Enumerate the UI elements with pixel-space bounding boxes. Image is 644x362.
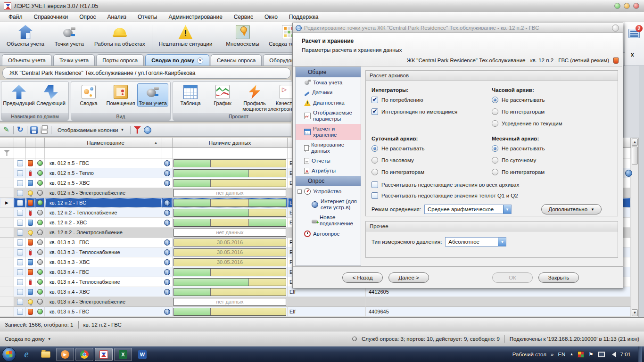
save-icon[interactable] xyxy=(30,126,38,134)
filter-cell[interactable] xyxy=(45,148,162,158)
table-header-cell[interactable] xyxy=(35,138,45,148)
tree-item-Атрибуты[interactable]: Атрибуты xyxy=(296,166,361,176)
table-header-cell[interactable] xyxy=(26,138,35,148)
ribbon-button-График[interactable]: График xyxy=(207,83,238,107)
tree-item-Расчет и хранение[interactable]: Расчет и хранение xyxy=(296,124,361,140)
checkbox-option[interactable]: Рассчитывать недостающие значения во все… xyxy=(372,181,519,188)
radio-selected[interactable] xyxy=(372,145,378,152)
volume-icon[interactable] xyxy=(609,352,616,357)
tree-item-Датчики[interactable]: Датчики xyxy=(296,88,361,98)
taskbar-app-media-player-icon[interactable]: ▶ xyxy=(56,348,74,361)
view-selector[interactable]: Сводка по дому ▼ xyxy=(5,336,51,342)
filter-cell[interactable] xyxy=(26,148,35,158)
ribbon-button-Профиль мощности[interactable]: Профиль мощности xyxy=(239,83,270,112)
radio-unselected[interactable] xyxy=(492,157,498,164)
scroll-up-button[interactable]: ▲ xyxy=(632,139,638,146)
radio-option[interactable]: По часовому xyxy=(372,157,492,164)
tree-item-Отображаемые параметры[interactable]: Отображаемые параметры xyxy=(296,108,361,124)
panel-close-button[interactable]: x xyxy=(631,51,634,58)
table-header-cell[interactable] xyxy=(162,138,173,148)
toolbar-button[interactable]: Объекты учета xyxy=(2,22,49,52)
tree-item-Точка учета[interactable]: Точка учета xyxy=(296,77,361,88)
menu-item-Сервис[interactable]: Сервис xyxy=(228,13,259,21)
ribbon-button-Предыдущий[interactable]: Предыдущий xyxy=(3,83,34,107)
checkbox-option[interactable]: Интерполяция по имеющимся xyxy=(372,108,492,115)
radio-option[interactable]: Не рассчитывать xyxy=(372,145,492,152)
radio-unselected[interactable] xyxy=(372,157,378,164)
language-indicator[interactable]: EN xyxy=(558,352,565,357)
minimize-button[interactable] xyxy=(614,3,620,9)
radio-unselected[interactable] xyxy=(492,169,498,175)
radio-unselected[interactable] xyxy=(492,108,498,115)
tree-item-Автоопрос[interactable]: Автоопрос xyxy=(296,229,361,239)
toolbar-button[interactable]: Точки учета xyxy=(49,22,90,52)
column-header-name[interactable]: Наименование▲ xyxy=(45,138,162,148)
taskbar-app-word-icon[interactable]: W xyxy=(133,348,151,361)
tree-item-Отчеты[interactable]: Отчеты xyxy=(296,156,361,166)
filter-cell[interactable] xyxy=(0,148,14,158)
row-checkbox[interactable] xyxy=(17,309,23,315)
taskbar-clock[interactable]: 7:01 xyxy=(620,352,631,357)
row-checkbox[interactable] xyxy=(17,299,23,305)
close-button[interactable] xyxy=(633,3,639,9)
tree-item-Интернет (для сети устр-в)[interactable]: Интернет (для сети устр-в) xyxy=(296,197,361,213)
table-vertical-scrollbar[interactable]: ▲ ▼ xyxy=(631,138,639,317)
tray-app-icon[interactable] xyxy=(578,351,584,358)
menu-item-Отчеты[interactable]: Отчеты xyxy=(132,13,163,21)
home-icon[interactable] xyxy=(144,126,151,134)
show-desktop-button[interactable] xyxy=(638,346,642,362)
taskbar-app-lers-icon[interactable] xyxy=(95,348,113,361)
menu-item-Администрирование[interactable]: Администрирование xyxy=(163,13,228,21)
tree-item-Копирование данных[interactable]: Копирование данных xyxy=(296,140,361,156)
menu-item-Опрос[interactable]: Опрос xyxy=(74,13,101,21)
radio-option[interactable]: Усреднение по текущим xyxy=(492,120,612,127)
tab-Порты опроса[interactable]: Порты опроса xyxy=(96,54,144,66)
row-checkbox[interactable] xyxy=(17,279,23,285)
ribbon-button-Таблица[interactable]: Таблица xyxy=(175,83,206,107)
checkbox-option[interactable]: По потреблению xyxy=(372,97,492,103)
row-checkbox[interactable] xyxy=(17,210,23,216)
dialog-button-Закрыть[interactable]: Закрыть xyxy=(538,272,579,283)
ribbon-button-Следующий[interactable]: Следующий xyxy=(35,83,66,107)
dialog-button-Назад[interactable]: < Назад xyxy=(342,272,383,283)
scrollbar-thumb[interactable] xyxy=(632,147,638,165)
toolbar-button[interactable]: Работы на объектах xyxy=(90,22,150,52)
scroll-down-button[interactable]: ▼ xyxy=(632,309,638,316)
radio-option[interactable]: По интеграторам xyxy=(492,169,612,175)
radio-selected[interactable] xyxy=(492,145,498,152)
tree-item-Новое подключение[interactable]: Новое подключение xyxy=(296,213,361,229)
row-checkbox[interactable] xyxy=(17,190,23,196)
tree-item-Диагностика[interactable]: Диагностика xyxy=(296,98,361,108)
filter-cell[interactable] xyxy=(14,148,26,158)
tab-close-icon[interactable]: × xyxy=(197,58,203,64)
column-header-data[interactable]: Наличие данных xyxy=(173,138,288,148)
radio-unselected[interactable] xyxy=(492,120,498,127)
print-icon[interactable] xyxy=(41,126,48,134)
menu-item-Поддержка[interactable]: Поддержка xyxy=(283,13,324,21)
radio-option[interactable]: По интеграторам xyxy=(492,108,612,115)
dialog-button-Далее[interactable]: Далее > xyxy=(388,272,429,283)
checkbox-unchecked[interactable] xyxy=(372,181,378,188)
dialog-titlebar-button[interactable] xyxy=(612,25,619,32)
toolbar-button[interactable]: Мнемосхемы xyxy=(221,22,264,52)
radio-option[interactable]: По интеграторам xyxy=(372,169,492,175)
edit-icon[interactable] xyxy=(3,126,10,134)
network-icon[interactable] xyxy=(598,352,605,357)
filter-cell[interactable] xyxy=(173,148,288,158)
tree-section-Общие[interactable]: Общие xyxy=(296,67,361,77)
radio-selected[interactable] xyxy=(492,97,498,103)
advanced-button[interactable]: Дополнительно ▼ xyxy=(541,204,602,214)
averaging-mode-select[interactable]: Среднее арифметическое ▼ xyxy=(424,205,512,214)
ribbon-button-Точки учета[interactable]: Точки учета xyxy=(137,83,168,107)
refresh-icon[interactable] xyxy=(17,126,24,134)
dialog-titlebar[interactable]: Редактирование точки учета ЖК "Central P… xyxy=(293,23,623,33)
toolbar-chevron[interactable]: » xyxy=(551,352,553,357)
checkbox-checked[interactable] xyxy=(372,97,378,103)
checkbox-option[interactable]: Рассчитывать недостающие значения теплот… xyxy=(372,192,518,199)
checkbox-checked[interactable] xyxy=(372,108,378,115)
row-checkbox[interactable] xyxy=(17,170,23,176)
table-row[interactable]: кв. 013 п.4 - ХВСElf4412605 xyxy=(0,287,631,297)
tab-Сеансы опроса[interactable]: Сеансы опроса xyxy=(211,54,262,66)
menu-item-Справочники[interactable]: Справочники xyxy=(28,13,74,21)
tab-Сводка по дому[interactable]: Сводка по дому× xyxy=(145,54,209,66)
